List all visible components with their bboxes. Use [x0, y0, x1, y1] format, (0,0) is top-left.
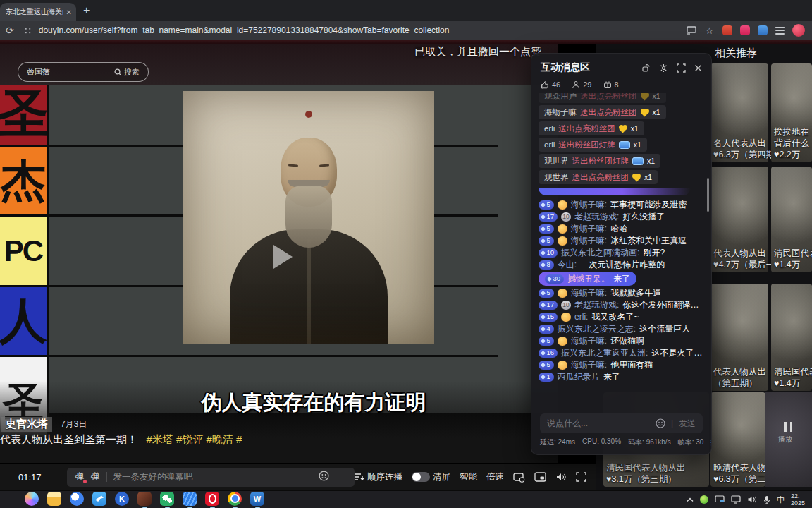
play-icon[interactable] — [273, 245, 293, 269]
tray-green-icon[interactable] — [700, 495, 708, 504]
chat-username[interactable]: 海蛎子嘛: — [571, 236, 607, 246]
chat-header[interactable]: 互动消息区 — [531, 54, 711, 75]
speed-control[interactable]: 倍速 — [486, 471, 504, 483]
browser-tab[interactable]: 东北之重返山海关的抖音 - ✕ — [0, 3, 76, 21]
emoji-icon[interactable] — [319, 471, 329, 484]
app-icon[interactable] — [228, 492, 242, 506]
expand-icon[interactable] — [677, 64, 686, 73]
app-icon[interactable]: W — [250, 492, 264, 506]
taskbar-app[interactable] — [24, 492, 39, 508]
taskbar-app[interactable] — [137, 492, 152, 508]
close-icon[interactable] — [694, 64, 702, 72]
chat-username[interactable]: 海蛎子嘛: — [571, 336, 607, 346]
tray-chevron-icon[interactable] — [687, 497, 694, 502]
chat-username[interactable]: 海蛎子嘛: — [571, 288, 607, 298]
chat-username[interactable]: 海蛎子嘛: — [571, 360, 607, 370]
taskbar-app[interactable]: K — [114, 492, 130, 508]
danmaku-placeholder[interactable]: 发一条友好的弹幕吧 — [113, 471, 312, 483]
status-item: 延迟: 24ms — [540, 437, 575, 447]
microphone-icon[interactable] — [763, 495, 770, 504]
reload-icon[interactable]: ⟳ — [6, 25, 14, 35]
chat-message: 10 振兴东北之阿满动画: 刚开? — [539, 248, 704, 258]
clear-screen-control[interactable]: 清屏 — [412, 471, 450, 483]
tray-clock[interactable]: 22: 2025 — [791, 492, 811, 507]
app-icon[interactable] — [183, 492, 197, 506]
chat-message: 5 海蛎子嘛: 我默默多牛逼 — [539, 288, 704, 298]
chat-username[interactable]: 老赵玩游戏: — [574, 300, 619, 310]
chat-username[interactable]: 海蛎子嘛: — [571, 224, 607, 234]
chat-feed[interactable]: 观众用户 送出点亮粉丝团 x1 海蛎子嘛 送出点亮粉丝团 x1 erli 送出点… — [531, 93, 711, 411]
related-video-card[interactable]: 名人代表从出♥6.3万（第四期） — [710, 64, 768, 162]
extension-icon-pink[interactable] — [740, 25, 750, 35]
clear-screen-toggle[interactable] — [412, 472, 430, 482]
app-icon[interactable] — [92, 492, 106, 506]
chat-input[interactable]: 说点什么... | 发送 — [540, 413, 703, 433]
app-icon[interactable] — [25, 492, 39, 506]
chat-username[interactable]: 振兴东北之阿满动画: — [561, 248, 639, 258]
app-icon[interactable] — [160, 492, 174, 506]
emoji-icon[interactable] — [656, 418, 665, 428]
taskbar-app[interactable] — [92, 492, 107, 508]
taskbar-app[interactable]: W — [250, 492, 265, 508]
cast-icon[interactable] — [686, 25, 696, 36]
watch-later-icon[interactable] — [513, 472, 525, 483]
app-icon[interactable] — [137, 492, 152, 506]
related-video-card[interactable]: 清民国代表♥1.4万 — [771, 284, 812, 391]
new-tab-button[interactable]: + — [83, 4, 90, 18]
author-name[interactable]: 史官米塔 — [1, 417, 52, 432]
volume-icon[interactable] — [555, 472, 567, 482]
taskbar-app[interactable] — [227, 492, 242, 508]
tier-label: PC — [4, 234, 42, 268]
related-video-card[interactable]: 代表人物从出♥4.7万（最后一期） — [710, 167, 768, 272]
extension-icon-red[interactable] — [722, 25, 732, 35]
related-video-card[interactable]: 代表人物从出（第五期） — [710, 284, 768, 391]
url-text[interactable]: douyin.com/user/self?from_tab_name=main&… — [39, 25, 638, 35]
video-portrait-photo[interactable] — [183, 91, 434, 344]
send-button[interactable]: 发送 — [679, 418, 696, 430]
chat-username[interactable]: 今山: — [558, 260, 577, 270]
browser-menu-icon[interactable] — [775, 27, 785, 35]
chat-username[interactable]: 振兴东北之重返亚太洲: — [561, 348, 648, 358]
monitor-icon[interactable] — [731, 495, 741, 504]
chat-username[interactable]: 撼憾丑呆。 — [567, 274, 610, 284]
video-hashtags[interactable]: #米塔 #锐评 #晚清 # — [146, 433, 242, 445]
chat-input-placeholder[interactable]: 说点什么... — [547, 418, 650, 430]
pip-icon[interactable] — [534, 472, 546, 482]
player-controls: 顺序连播 清屏 智能 倍速 — [355, 471, 596, 483]
taskbar-app[interactable] — [69, 492, 85, 508]
smart-control[interactable]: 智能 — [460, 471, 477, 483]
related-video-card[interactable]: 清民国代表♥1.4万 — [771, 167, 812, 272]
app-icon[interactable]: K — [115, 492, 129, 506]
site-info-icon[interactable] — [24, 27, 32, 35]
app-icon[interactable] — [205, 492, 219, 506]
bookmark-star-icon[interactable]: ☆ — [704, 25, 715, 36]
ime-indicator[interactable]: 中 — [777, 495, 785, 505]
speaker-icon[interactable] — [747, 495, 757, 504]
profile-avatar[interactable] — [792, 24, 805, 37]
taskbar-app[interactable] — [47, 492, 62, 508]
chat-username[interactable]: erli: — [574, 312, 588, 322]
danmaku-input[interactable]: 弹 弹 发一条友好的弹幕吧 — [67, 468, 355, 487]
gift-message: 观世界 送出点亮粉丝团 x1 — [539, 170, 658, 184]
related-video-card[interactable]: 挨挨地在背后什么♥2.2万 — [771, 64, 812, 162]
fullscreen-icon[interactable] — [576, 472, 586, 482]
tier-label: 人 — [0, 289, 47, 353]
chat-username[interactable]: 海蛎子嘛: — [571, 200, 607, 210]
chat-scrollbar[interactable] — [707, 178, 709, 212]
tab-close-icon[interactable]: ✕ — [66, 8, 72, 16]
app-icon[interactable] — [47, 492, 61, 506]
taskbar-app[interactable] — [159, 492, 175, 508]
order-play-control[interactable]: 顺序连播 — [355, 471, 402, 483]
chat-username[interactable]: 振兴东北之凌云之志: — [558, 324, 636, 334]
danmaku-toggle-icon[interactable]: 弹 — [75, 471, 85, 483]
screen-share-icon[interactable] — [715, 495, 725, 504]
settings-gear-icon[interactable] — [659, 64, 668, 73]
float-window-icon[interactable] — [641, 64, 651, 73]
chat-username[interactable]: 西瓜纪录片 — [558, 372, 600, 382]
taskbar-app[interactable] — [204, 492, 220, 508]
app-icon[interactable] — [70, 492, 84, 506]
taskbar-app[interactable] — [182, 492, 197, 508]
danmaku-settings-icon[interactable]: 弹 — [91, 471, 100, 483]
extension-icon-blue[interactable] — [758, 25, 768, 35]
chat-username[interactable]: 老赵玩游戏: — [574, 212, 619, 222]
